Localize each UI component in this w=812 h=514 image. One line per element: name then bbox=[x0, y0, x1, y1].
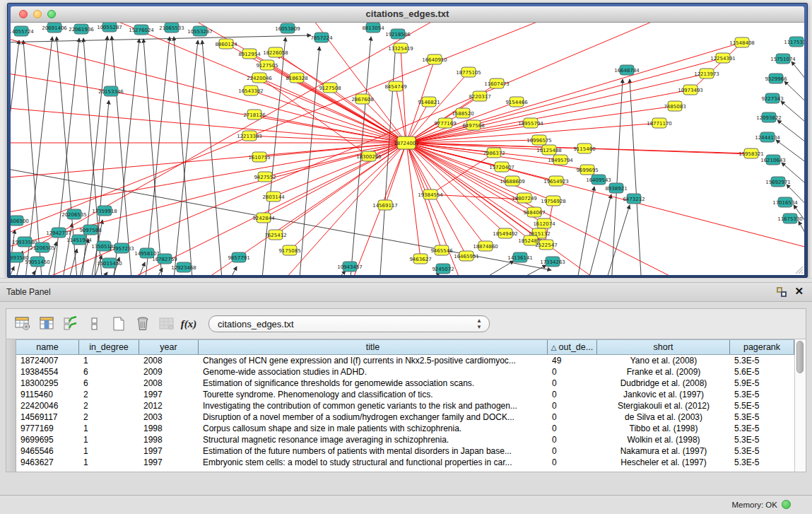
graph-node-label: 7625412 bbox=[264, 233, 286, 238]
table-cell: Genome-wide association studies in ADHD. bbox=[199, 367, 548, 377]
show-columns-icon[interactable] bbox=[36, 314, 57, 334]
window-title: citations_edges.txt bbox=[11, 8, 804, 19]
graph-node-label: 1612074 bbox=[533, 221, 555, 227]
graph-node-label: 2522547 bbox=[535, 243, 557, 248]
table-row[interactable]: 1938455462009Genome-wide association stu… bbox=[16, 366, 794, 378]
row-height-icon[interactable] bbox=[84, 314, 105, 334]
graph-node-label: 15276024 bbox=[129, 28, 154, 33]
column-header-pagerank[interactable]: pagerank bbox=[730, 340, 794, 354]
column-header-out-de-[interactable]: △out_de... bbox=[548, 340, 597, 354]
table-cell: Investigating the contribution of common… bbox=[199, 401, 548, 411]
table-cell: 0 bbox=[548, 457, 597, 467]
graph-node-label: 11175310 bbox=[784, 40, 804, 45]
graph-node-label: 10553287 bbox=[187, 29, 213, 35]
column-header-short[interactable]: short bbox=[597, 340, 730, 354]
table-body: 1872400712008Changes of HCN gene express… bbox=[16, 355, 794, 472]
panel-splitter[interactable] bbox=[0, 278, 812, 283]
table-cell: 6 bbox=[79, 378, 139, 388]
table-row[interactable]: 911546021997Tourette syndrome. Phenomeno… bbox=[16, 389, 794, 400]
table-cell: 2008 bbox=[139, 378, 199, 388]
graph-node-label: 9127505 bbox=[256, 63, 278, 69]
table-cell: 2 bbox=[79, 412, 139, 422]
table-mode-icon[interactable] bbox=[12, 314, 33, 334]
graph-node-label: 9427552 bbox=[254, 175, 276, 180]
table-cell: 18300295 bbox=[16, 378, 79, 388]
graph-node-label: 14569117 bbox=[372, 203, 398, 209]
graph-node-label: 18874860 bbox=[473, 244, 498, 250]
graph-node-label: 19384554 bbox=[418, 192, 443, 198]
graph-node-label: 15015450 bbox=[97, 261, 122, 267]
graph-node-label: 16210643 bbox=[760, 158, 786, 163]
table-cell: 1997 bbox=[139, 457, 199, 467]
table-row[interactable]: 1456911722003Disruption of a novel membe… bbox=[16, 411, 794, 423]
graph-node-label: 9242844 bbox=[252, 216, 275, 221]
table-cell: Tibbo et al. (1998) bbox=[597, 424, 730, 433]
graph-node-label: 11607473 bbox=[484, 81, 510, 87]
table-cell: 1 bbox=[79, 435, 139, 445]
table-cell: 18724007 bbox=[16, 356, 79, 366]
select-mode-icon[interactable] bbox=[60, 314, 81, 334]
table-cell: Nakamura et al. (1997) bbox=[597, 446, 730, 456]
float-panel-icon[interactable] bbox=[777, 287, 787, 297]
network-canvas[interactable]: 8860124891295418226058912750522420046165… bbox=[11, 23, 804, 275]
resize-grip-icon[interactable] bbox=[794, 264, 804, 274]
window-titlebar[interactable]: citations_edges.txt bbox=[11, 6, 804, 23]
delete-column-icon[interactable] bbox=[132, 314, 153, 334]
table-cell: 5.3E-5 bbox=[730, 435, 794, 445]
table-selector-value: citations_edges.txt bbox=[209, 319, 294, 329]
function-builder-icon[interactable]: f(x) bbox=[180, 314, 201, 334]
graph-node-label: 18226058 bbox=[263, 50, 288, 56]
graph-node-label: 9329966 bbox=[765, 76, 787, 82]
table-cell: 9115460 bbox=[16, 390, 79, 399]
table-cell: 0 bbox=[548, 424, 597, 433]
column-header-year[interactable]: year bbox=[139, 340, 199, 354]
new-column-icon[interactable] bbox=[108, 314, 129, 334]
table-cell: 1998 bbox=[139, 424, 199, 433]
table-row[interactable]: 2242004622012Investigating the contribut… bbox=[16, 400, 794, 411]
table-header-row: namein_degreeyeartitle△out_de...shortpag… bbox=[16, 339, 794, 355]
graph-node-label: 1610755 bbox=[248, 155, 270, 160]
network-view-window: citations_edges.txt 88601248912954182260… bbox=[7, 3, 808, 278]
table-cell: Dudbridge et al. (2008) bbox=[597, 378, 730, 388]
graph-node-label: 8454749 bbox=[384, 84, 406, 90]
table-row[interactable]: 946554611997Estimation of the future num… bbox=[16, 445, 794, 457]
table-cell: 0 bbox=[548, 446, 597, 456]
table-row[interactable]: 977716911998Corpus callosum shape and si… bbox=[16, 423, 794, 434]
column-header-in-degree[interactable]: in_degree bbox=[79, 340, 139, 354]
table-selector-dropdown[interactable]: citations_edges.txt▲▼ bbox=[208, 315, 490, 332]
table-cell: 14569117 bbox=[16, 412, 79, 422]
table-cell: 1 bbox=[79, 446, 139, 456]
graph-node-label: 16640910 bbox=[422, 57, 447, 63]
citation-graph[interactable]: 8860124891295418226058912750522420046165… bbox=[11, 23, 804, 275]
graph-node-label: 8912954 bbox=[238, 52, 261, 57]
column-header-name[interactable]: name bbox=[16, 340, 79, 354]
memory-label: Memory: OK bbox=[731, 501, 777, 509]
graph-node-label: 16053809 bbox=[275, 26, 300, 32]
vertical-scrollbar[interactable] bbox=[794, 339, 806, 472]
graph-node-label: 25606500 bbox=[11, 218, 29, 224]
graph-node-label: 9146821 bbox=[418, 100, 440, 105]
table-row[interactable]: 1830029562008Estimation of significance … bbox=[16, 378, 794, 389]
table-row[interactable]: 969969511998Structural magnetic resonanc… bbox=[16, 434, 794, 445]
table-cell: Changes of HCN gene expression and I(f) … bbox=[199, 356, 548, 366]
table-row[interactable]: 1872400712008Changes of HCN gene express… bbox=[16, 355, 794, 366]
graph-node-label: 17334263 bbox=[540, 259, 565, 265]
memory-ok-icon[interactable] bbox=[782, 500, 791, 509]
graph-node-label: 15720407 bbox=[489, 165, 514, 170]
scrollbar-thumb[interactable] bbox=[796, 341, 804, 373]
graph-node-label: 19756928 bbox=[541, 199, 566, 204]
table-cell: 1998 bbox=[139, 435, 199, 445]
graph-node-label: 8813054 bbox=[362, 25, 384, 31]
close-panel-icon[interactable]: ✕ bbox=[794, 285, 804, 298]
graph-node-label: 2803144 bbox=[262, 194, 285, 200]
graph-node-label: 10688609 bbox=[500, 179, 525, 185]
table-cell: 19384554 bbox=[16, 367, 79, 377]
table-cell: 0 bbox=[548, 367, 597, 377]
column-header-title[interactable]: title bbox=[199, 340, 548, 354]
table-row[interactable]: 946362711997Embryonic stem cells: a mode… bbox=[16, 457, 794, 468]
delete-table-icon bbox=[156, 314, 177, 334]
graph-node-label: 20153346 bbox=[98, 89, 124, 95]
table-cell: 9465546 bbox=[16, 446, 79, 456]
graph-node-label: 8220317 bbox=[469, 94, 490, 100]
graph-node-label: 2718126 bbox=[243, 112, 266, 118]
